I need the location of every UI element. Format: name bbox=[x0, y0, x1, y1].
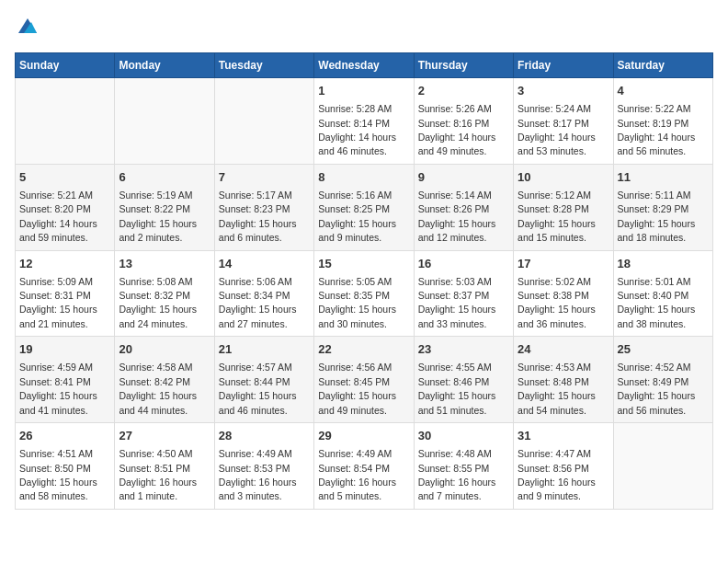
day-info: Sunrise: 4:51 AM Sunset: 8:50 PM Dayligh… bbox=[19, 448, 97, 501]
calendar-cell: 20Sunrise: 4:58 AM Sunset: 8:42 PM Dayli… bbox=[115, 337, 214, 423]
calendar-cell bbox=[16, 78, 115, 165]
calendar-week-row: 12Sunrise: 5:09 AM Sunset: 8:31 PM Dayli… bbox=[16, 250, 713, 337]
day-info: Sunrise: 5:08 AM Sunset: 8:32 PM Dayligh… bbox=[119, 276, 197, 329]
day-number: 1 bbox=[318, 83, 409, 99]
day-number: 23 bbox=[418, 341, 509, 358]
day-number: 2 bbox=[418, 83, 509, 99]
day-header-thursday: Thursday bbox=[414, 53, 513, 78]
day-info: Sunrise: 5:12 AM Sunset: 8:28 PM Dayligh… bbox=[518, 190, 596, 243]
day-info: Sunrise: 5:09 AM Sunset: 8:31 PM Dayligh… bbox=[19, 276, 97, 329]
calendar-cell: 8Sunrise: 5:16 AM Sunset: 8:25 PM Daylig… bbox=[314, 164, 414, 250]
day-number: 3 bbox=[518, 83, 609, 99]
calendar-header-row: SundayMondayTuesdayWednesdayThursdayFrid… bbox=[16, 53, 713, 78]
logo-text bbox=[15, 15, 39, 41]
calendar-cell bbox=[613, 423, 712, 510]
day-number: 21 bbox=[219, 341, 310, 358]
calendar-cell: 22Sunrise: 4:56 AM Sunset: 8:45 PM Dayli… bbox=[314, 337, 414, 423]
day-info: Sunrise: 5:03 AM Sunset: 8:37 PM Dayligh… bbox=[418, 276, 496, 329]
day-info: Sunrise: 5:28 AM Sunset: 8:14 PM Dayligh… bbox=[318, 103, 396, 156]
calendar-cell: 17Sunrise: 5:02 AM Sunset: 8:38 PM Dayli… bbox=[514, 250, 613, 337]
calendar-cell bbox=[115, 78, 214, 165]
logo bbox=[15, 15, 39, 41]
day-info: Sunrise: 5:26 AM Sunset: 8:16 PM Dayligh… bbox=[418, 103, 496, 156]
day-number: 20 bbox=[119, 341, 210, 358]
day-number: 27 bbox=[119, 428, 210, 444]
calendar-cell: 2Sunrise: 5:26 AM Sunset: 8:16 PM Daylig… bbox=[414, 78, 513, 165]
calendar-cell: 11Sunrise: 5:11 AM Sunset: 8:29 PM Dayli… bbox=[613, 164, 712, 250]
day-info: Sunrise: 5:21 AM Sunset: 8:20 PM Dayligh… bbox=[19, 190, 97, 243]
day-header-friday: Friday bbox=[514, 53, 613, 78]
day-header-tuesday: Tuesday bbox=[214, 53, 313, 78]
calendar-cell: 15Sunrise: 5:05 AM Sunset: 8:35 PM Dayli… bbox=[314, 250, 414, 337]
day-info: Sunrise: 4:50 AM Sunset: 8:51 PM Dayligh… bbox=[119, 448, 197, 501]
calendar-cell: 27Sunrise: 4:50 AM Sunset: 8:51 PM Dayli… bbox=[115, 423, 214, 510]
calendar-cell: 4Sunrise: 5:22 AM Sunset: 8:19 PM Daylig… bbox=[613, 78, 712, 165]
page-header bbox=[15, 15, 713, 41]
day-number: 14 bbox=[219, 256, 310, 272]
day-info: Sunrise: 5:24 AM Sunset: 8:17 PM Dayligh… bbox=[518, 103, 596, 156]
day-number: 6 bbox=[119, 169, 210, 186]
calendar-week-row: 1Sunrise: 5:28 AM Sunset: 8:14 PM Daylig… bbox=[16, 78, 713, 165]
day-info: Sunrise: 4:47 AM Sunset: 8:56 PM Dayligh… bbox=[518, 448, 596, 501]
day-number: 31 bbox=[518, 428, 609, 444]
calendar-cell: 18Sunrise: 5:01 AM Sunset: 8:40 PM Dayli… bbox=[613, 250, 712, 337]
logo-icon bbox=[17, 15, 39, 37]
day-number: 28 bbox=[219, 428, 310, 444]
day-info: Sunrise: 4:48 AM Sunset: 8:55 PM Dayligh… bbox=[418, 448, 496, 501]
day-info: Sunrise: 5:16 AM Sunset: 8:25 PM Dayligh… bbox=[318, 190, 396, 243]
day-number: 15 bbox=[318, 256, 409, 272]
day-info: Sunrise: 5:01 AM Sunset: 8:40 PM Dayligh… bbox=[618, 276, 696, 329]
day-number: 4 bbox=[618, 83, 709, 99]
calendar-cell: 3Sunrise: 5:24 AM Sunset: 8:17 PM Daylig… bbox=[514, 78, 613, 165]
calendar-week-row: 5Sunrise: 5:21 AM Sunset: 8:20 PM Daylig… bbox=[16, 164, 713, 250]
calendar-table: SundayMondayTuesdayWednesdayThursdayFrid… bbox=[15, 52, 713, 510]
day-info: Sunrise: 4:56 AM Sunset: 8:45 PM Dayligh… bbox=[318, 362, 396, 415]
day-number: 25 bbox=[618, 341, 709, 358]
day-number: 18 bbox=[618, 256, 709, 272]
calendar-cell: 25Sunrise: 4:52 AM Sunset: 8:49 PM Dayli… bbox=[613, 337, 712, 423]
day-info: Sunrise: 5:06 AM Sunset: 8:34 PM Dayligh… bbox=[219, 276, 297, 329]
day-header-saturday: Saturday bbox=[613, 53, 712, 78]
day-number: 17 bbox=[518, 256, 609, 272]
calendar-cell: 14Sunrise: 5:06 AM Sunset: 8:34 PM Dayli… bbox=[214, 250, 313, 337]
day-number: 22 bbox=[318, 341, 409, 358]
day-info: Sunrise: 4:59 AM Sunset: 8:41 PM Dayligh… bbox=[19, 362, 97, 415]
day-number: 9 bbox=[418, 169, 509, 186]
day-info: Sunrise: 4:49 AM Sunset: 8:53 PM Dayligh… bbox=[219, 448, 297, 501]
day-number: 10 bbox=[518, 169, 609, 186]
day-number: 29 bbox=[318, 428, 409, 444]
day-info: Sunrise: 5:02 AM Sunset: 8:38 PM Dayligh… bbox=[518, 276, 596, 329]
calendar-cell: 21Sunrise: 4:57 AM Sunset: 8:44 PM Dayli… bbox=[214, 337, 313, 423]
calendar-cell: 30Sunrise: 4:48 AM Sunset: 8:55 PM Dayli… bbox=[414, 423, 513, 510]
calendar-cell: 23Sunrise: 4:55 AM Sunset: 8:46 PM Dayli… bbox=[414, 337, 513, 423]
day-number: 13 bbox=[119, 256, 210, 272]
day-number: 11 bbox=[618, 169, 709, 186]
calendar-cell: 10Sunrise: 5:12 AM Sunset: 8:28 PM Dayli… bbox=[514, 164, 613, 250]
day-number: 12 bbox=[19, 256, 110, 272]
day-number: 8 bbox=[318, 169, 409, 186]
day-number: 5 bbox=[19, 169, 110, 186]
day-number: 7 bbox=[219, 169, 310, 186]
day-info: Sunrise: 5:11 AM Sunset: 8:29 PM Dayligh… bbox=[618, 190, 696, 243]
calendar-cell: 19Sunrise: 4:59 AM Sunset: 8:41 PM Dayli… bbox=[16, 337, 115, 423]
calendar-cell: 5Sunrise: 5:21 AM Sunset: 8:20 PM Daylig… bbox=[16, 164, 115, 250]
day-info: Sunrise: 5:05 AM Sunset: 8:35 PM Dayligh… bbox=[318, 276, 396, 329]
day-info: Sunrise: 4:55 AM Sunset: 8:46 PM Dayligh… bbox=[418, 362, 496, 415]
calendar-week-row: 19Sunrise: 4:59 AM Sunset: 8:41 PM Dayli… bbox=[16, 337, 713, 423]
calendar-cell: 26Sunrise: 4:51 AM Sunset: 8:50 PM Dayli… bbox=[16, 423, 115, 510]
calendar-cell: 9Sunrise: 5:14 AM Sunset: 8:26 PM Daylig… bbox=[414, 164, 513, 250]
calendar-cell: 16Sunrise: 5:03 AM Sunset: 8:37 PM Dayli… bbox=[414, 250, 513, 337]
day-header-monday: Monday bbox=[115, 53, 214, 78]
calendar-cell bbox=[214, 78, 313, 165]
calendar-cell: 13Sunrise: 5:08 AM Sunset: 8:32 PM Dayli… bbox=[115, 250, 214, 337]
day-info: Sunrise: 4:58 AM Sunset: 8:42 PM Dayligh… bbox=[119, 362, 197, 415]
day-header-wednesday: Wednesday bbox=[314, 53, 414, 78]
day-number: 24 bbox=[518, 341, 609, 358]
day-info: Sunrise: 4:53 AM Sunset: 8:48 PM Dayligh… bbox=[518, 362, 596, 415]
day-number: 16 bbox=[418, 256, 509, 272]
day-info: Sunrise: 5:22 AM Sunset: 8:19 PM Dayligh… bbox=[618, 103, 696, 156]
calendar-week-row: 26Sunrise: 4:51 AM Sunset: 8:50 PM Dayli… bbox=[16, 423, 713, 510]
calendar-cell: 31Sunrise: 4:47 AM Sunset: 8:56 PM Dayli… bbox=[514, 423, 613, 510]
day-info: Sunrise: 5:14 AM Sunset: 8:26 PM Dayligh… bbox=[418, 190, 496, 243]
day-number: 26 bbox=[19, 428, 110, 444]
